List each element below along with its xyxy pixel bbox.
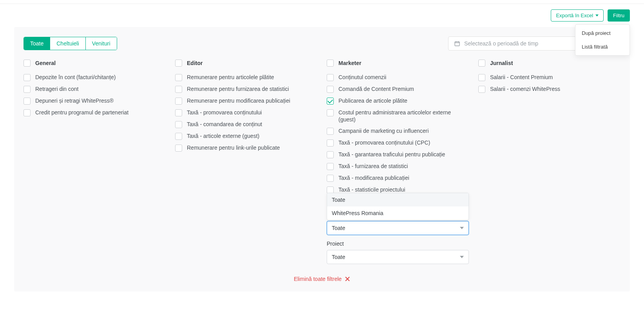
filter-label: Remunerare pentru furnizarea de statisti… xyxy=(187,85,289,92)
checkbox[interactable] xyxy=(175,133,182,140)
type-tabs: Toate Cheltuieli Venituri xyxy=(24,37,117,50)
svg-rect-0 xyxy=(455,42,459,46)
checkbox[interactable] xyxy=(327,74,334,81)
select-value: Toate xyxy=(332,254,345,260)
filter-label: Credit pentru programul de parteneriat xyxy=(35,109,128,116)
filter-label: Taxă - articole externe (guest) xyxy=(187,132,259,139)
menu-item-by-project[interactable]: După proiect xyxy=(575,26,630,40)
tab-income[interactable]: Venituri xyxy=(86,37,117,50)
option-all[interactable]: Toate xyxy=(327,193,469,206)
column-title: Editor xyxy=(187,60,203,66)
filter-label: Costul pentru administrarea articolelor … xyxy=(338,109,469,123)
tab-all[interactable]: Toate xyxy=(24,37,50,50)
column-editor: Editor Remunerare pentru articolele plăt… xyxy=(175,59,317,156)
filter-button[interactable]: Filtru xyxy=(608,9,630,22)
filter-label: Taxă - promovarea conținutului (CPC) xyxy=(338,139,430,146)
checkbox[interactable] xyxy=(175,109,182,116)
column-general: General Depozite în cont (facturi/chitan… xyxy=(24,59,166,121)
filter-label: Depozite în cont (facturi/chitanțe) xyxy=(35,74,116,81)
filter-label: Comandă de Content Premium xyxy=(338,85,414,92)
filter-label: Salarii - comenzi WhitePress xyxy=(490,85,560,92)
checkbox[interactable] xyxy=(478,86,485,93)
filter-label: Campanii de marketing cu influenceri xyxy=(338,127,429,134)
close-icon xyxy=(345,276,350,282)
checkbox[interactable] xyxy=(327,163,334,170)
checkbox[interactable] xyxy=(327,128,334,135)
checkbox[interactable] xyxy=(175,121,182,128)
filter-label: Conținutul comenzii xyxy=(338,74,386,81)
filter-label: Taxă - promovarea conținutului xyxy=(187,109,262,116)
checkbox[interactable] xyxy=(24,98,31,105)
filter-label: Taxă - comandarea de conținut xyxy=(187,121,262,128)
export-label: Exportă în Excel xyxy=(556,13,593,18)
filter-label: Taxă - modificarea publicației xyxy=(338,174,409,181)
filter-label: Taxă - furnizarea de statistici xyxy=(338,163,408,170)
column-title: General xyxy=(35,60,56,66)
checkbox[interactable] xyxy=(175,86,182,93)
checkbox[interactable] xyxy=(327,151,334,158)
publisher-select-options: Toate WhitePress Romania xyxy=(327,193,469,220)
export-dropdown-menu: După proiect Listă filtrată xyxy=(575,24,630,56)
date-placeholder: Selectează o perioadă de timp xyxy=(464,40,538,47)
checkbox[interactable] xyxy=(175,74,182,81)
checkbox-journalist-all[interactable] xyxy=(478,60,485,67)
checkbox[interactable] xyxy=(175,145,182,152)
checkbox[interactable] xyxy=(24,109,31,116)
tab-expenses[interactable]: Cheltuieli xyxy=(50,37,86,50)
chevron-down-icon xyxy=(460,227,464,229)
export-excel-button[interactable]: Exportă în Excel xyxy=(551,9,604,22)
menu-item-filtered-list[interactable]: Listă filtrată xyxy=(575,40,630,54)
filter-label: Remunerare pentru link-urile publicate xyxy=(187,144,280,151)
filter-label: Depuneri și retragi WhitePress® xyxy=(35,97,114,104)
project-select[interactable]: Toate xyxy=(327,250,469,264)
chevron-down-icon xyxy=(460,256,464,258)
checkbox[interactable] xyxy=(24,74,31,81)
checkbox[interactable] xyxy=(327,86,334,93)
checkbox-marketer-all[interactable] xyxy=(327,60,334,67)
project-field-label: Proiect xyxy=(327,241,469,247)
checkbox[interactable] xyxy=(327,98,334,105)
column-journalist: Jurnalist Salarii - Content Premium Sala… xyxy=(478,59,620,97)
filter-label: Remunerare pentru modificarea publicație… xyxy=(187,97,290,104)
checkbox-general-all[interactable] xyxy=(24,60,31,67)
checkbox[interactable] xyxy=(327,139,334,147)
checkbox[interactable] xyxy=(24,86,31,93)
checkbox[interactable] xyxy=(327,175,334,182)
filter-label: Taxă - statisticile proiectului xyxy=(338,186,405,193)
option-whitepress-romania[interactable]: WhitePress Romania xyxy=(327,206,469,220)
filter-label: Retrageri din cont xyxy=(35,85,79,92)
select-value: Toate xyxy=(332,225,345,231)
filter-label: Publicarea de articole plătite xyxy=(338,97,407,104)
checkbox[interactable] xyxy=(175,98,182,105)
calendar-icon xyxy=(454,40,460,47)
column-marketer: Marketer Conținutul comenzii Comandă de … xyxy=(327,59,469,264)
publisher-select[interactable]: Toate xyxy=(327,221,469,235)
clear-filters-link[interactable]: Elimină toate filtrele xyxy=(294,276,350,282)
filter-label: Remunerare pentru articolele plătite xyxy=(187,74,274,81)
filter-label: Taxă - garantarea traficului pentru publ… xyxy=(338,151,445,158)
checkbox[interactable] xyxy=(327,109,334,116)
checkbox[interactable] xyxy=(478,74,485,81)
chevron-down-icon xyxy=(595,14,599,16)
column-title: Jurnalist xyxy=(490,60,513,66)
column-title: Marketer xyxy=(338,60,361,66)
filter-label: Salarii - Content Premium xyxy=(490,74,553,81)
checkbox-editor-all[interactable] xyxy=(175,60,182,67)
clear-filters-label: Elimină toate filtrele xyxy=(294,276,342,282)
